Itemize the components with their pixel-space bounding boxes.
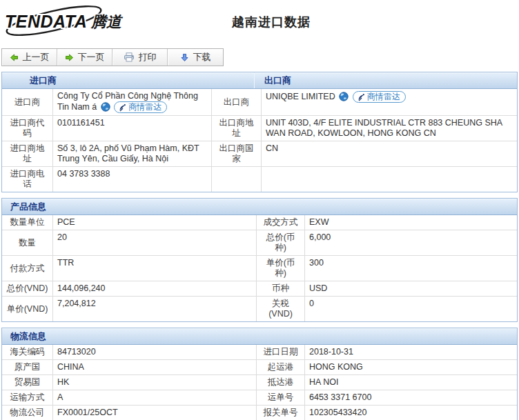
section-header-row: 产品信息 (2, 199, 517, 215)
trade-country-label: 贸易国 (2, 374, 53, 390)
next-page-button[interactable]: 下一页 (57, 49, 112, 66)
print-label: 打印 (139, 51, 157, 63)
exporter-address-value: UNIT 403D, 4/F ELITE INDUSTRIAL CTR 883 … (262, 115, 517, 141)
waybill-number-value: 6453 3371 6700 (305, 390, 517, 405)
total-currency-label: 总价(币种) (257, 230, 305, 255)
globe-icon[interactable] (339, 92, 349, 101)
import-date-label: 进口日期 (257, 345, 305, 359)
table-row: 付款方式 TTR 单价(币种) 300 (2, 255, 517, 281)
exporter-section-title: 出口商 (254, 72, 517, 88)
business-radar-badge[interactable]: 商情雷达 (353, 91, 406, 103)
table-row: 运输方式 A 运单号 6453 3371 6700 (2, 390, 517, 405)
table-row: 单价(VND) 7,204,812 关税(VND) 0 (2, 296, 517, 321)
logistics-section-title: 物流信息 (2, 330, 46, 343)
arrival-port-label: 抵达港 (257, 374, 305, 390)
logistics-company-value: FX0001/25OCT (53, 405, 257, 420)
departure-port-value: HONG KONG (305, 359, 517, 374)
table-row: 进口商电话 04 3783 3388 (2, 166, 517, 192)
table-row: 原产国 CHINA 起运港 HONG KONG (2, 359, 517, 374)
importer-code-label: 进口商代码 (2, 115, 53, 141)
printer-icon (124, 52, 135, 62)
radar-dish-icon (357, 93, 365, 101)
origin-country-value: CHINA (53, 359, 257, 374)
qty-unit-value: PCE (53, 215, 257, 230)
unit-price-currency-value: 300 (305, 255, 517, 281)
total-vnd-value: 144,096,240 (53, 281, 257, 296)
radar-dish-icon (118, 103, 126, 112)
hs-code-value: 84713020 (53, 345, 257, 359)
importer-name-cell: Công Ty Cổ Phần Công Nghệ Thông Tin Nam … (53, 89, 212, 115)
table-row: 进口商代码 0101161451 出口商地址 UNIT 403D, 4/F EL… (2, 115, 517, 141)
product-section-title: 产品信息 (2, 201, 46, 213)
table-row: 总价(VND) 144,096,240 币种 USD (2, 281, 517, 296)
next-page-label: 下一页 (78, 51, 105, 63)
departure-port-label: 起运港 (257, 359, 305, 374)
transport-mode-value: A (53, 390, 257, 405)
importer-name-label: 进口商 (2, 89, 53, 115)
hs-code-label: 海关编码 (2, 345, 53, 359)
importer-phone-value: 04 3783 3388 (53, 166, 212, 192)
customs-declaration-value: 102305433420 (305, 405, 517, 420)
unit-price-vnd-value: 7,204,812 (53, 296, 257, 321)
exporter-name-label: 出口商 (212, 89, 262, 115)
trade-country-value: HK (53, 374, 257, 390)
qty-unit-label: 数量单位 (2, 215, 53, 230)
prev-page-label: 上一页 (23, 51, 50, 63)
table-row: 进口商 Công Ty Cổ Phần Công Nghệ Thông Tin … (2, 89, 517, 115)
transport-mode-label: 运输方式 (2, 390, 53, 405)
page-header: TENDATA 腾道 越南进口数据 (0, 0, 519, 44)
qty-value: 20 (53, 230, 257, 255)
globe-icon[interactable] (101, 102, 110, 112)
currency-label: 币种 (257, 281, 305, 296)
exporter-country-label: 出口商国家 (212, 141, 262, 166)
section-header-row: 进口商 出口商 (2, 72, 517, 89)
download-button[interactable]: 下载 (168, 49, 223, 66)
unit-price-currency-label: 单价(币种) (257, 255, 305, 281)
badge-label: 商情雷达 (128, 102, 161, 112)
importer-code-value: 0101161451 (53, 115, 212, 141)
origin-country-label: 原产国 (2, 359, 53, 374)
total-vnd-label: 总价(VND) (2, 281, 53, 296)
empty-label-cell (212, 166, 262, 192)
exporter-address-label: 出口商地址 (212, 115, 262, 141)
table-row: 数量单位 PCE 成交方式 EXW (2, 215, 517, 230)
section-importer-exporter: 进口商 出口商 进口商 Công Ty Cổ Phần Công Nghệ Th… (1, 72, 518, 192)
arrival-port-value: HA NOI (305, 374, 517, 390)
incoterm-label: 成交方式 (257, 215, 305, 230)
empty-value-cell (262, 166, 517, 192)
exporter-country-value: CN (262, 141, 517, 166)
importer-section-title: 进口商 (2, 72, 254, 88)
table-row: 物流公司 FX0001/25OCT 报关单号 102305433420 (2, 405, 517, 420)
section-header-row: 物流信息 (2, 328, 517, 345)
arrow-right-icon (65, 53, 74, 62)
section-logistics-info: 物流信息 海关编码 84713020 进口日期 2018-10-31 原产国 C… (1, 328, 518, 420)
exporter-name-cell: UNIQBE LIMITED 商情雷达 (262, 89, 517, 115)
currency-value: USD (305, 281, 517, 296)
section-product-info: 产品信息 数量单位 PCE 成交方式 EXW 数量 20 总价(币种) 6,00… (1, 198, 518, 322)
importer-phone-label: 进口商电话 (2, 166, 53, 192)
arrow-left-icon (10, 53, 19, 62)
waybill-number-label: 运单号 (257, 390, 305, 405)
table-row: 海关编码 84713020 进口日期 2018-10-31 (2, 345, 517, 359)
tariff-vnd-value: 0 (305, 296, 517, 321)
customs-declaration-label: 报关单号 (257, 405, 305, 420)
incoterm-value: EXW (305, 215, 517, 230)
importer-address-value: Số 3, lô 2A, phố Vũ Phạm Hàm, KĐT Trung … (53, 141, 212, 166)
business-radar-badge[interactable]: 商情雷达 (114, 101, 167, 113)
qty-label: 数量 (2, 230, 53, 255)
arrow-down-icon (180, 53, 189, 62)
unit-price-vnd-label: 单价(VND) (2, 296, 53, 321)
prev-page-button[interactable]: 上一页 (2, 49, 57, 66)
tariff-vnd-label: 关税(VND) (257, 296, 305, 321)
exporter-name: UNIQBE LIMITED (266, 92, 335, 101)
table-row: 贸易国 HK 抵达港 HA NOI (2, 374, 517, 390)
import-date-value: 2018-10-31 (305, 345, 517, 359)
payment-method-value: TTR (53, 255, 257, 281)
page-title: 越南进口数据 (0, 14, 519, 30)
download-label: 下载 (193, 51, 211, 63)
table-row: 进口商地址 Số 3, lô 2A, phố Vũ Phạm Hàm, KĐT … (2, 141, 517, 166)
toolbar: 上一页 下一页 打印 下载 (1, 48, 224, 66)
logistics-company-label: 物流公司 (2, 405, 53, 420)
print-button[interactable]: 打印 (112, 49, 168, 66)
payment-method-label: 付款方式 (2, 255, 53, 281)
